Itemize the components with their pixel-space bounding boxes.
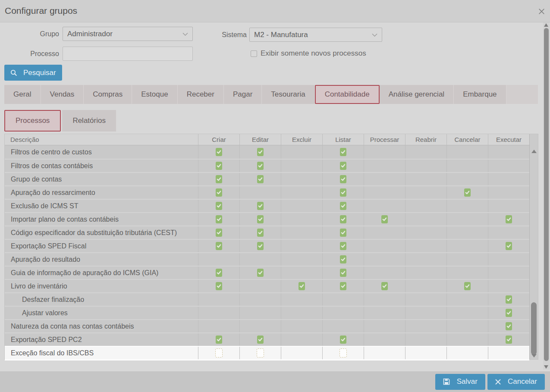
grupo-select[interactable]: Administrador	[63, 27, 193, 41]
sistema-select[interactable]: M2 - Manufatura	[249, 28, 382, 42]
checkbox-checked[interactable]	[216, 242, 222, 250]
table-row[interactable]: Desfazer finalização	[5, 292, 529, 306]
checkbox-checked[interactable]	[506, 309, 512, 317]
checkbox-checked[interactable]	[216, 175, 222, 183]
permission-cell-listar	[322, 320, 364, 332]
checkbox-checked[interactable]	[506, 322, 512, 330]
checkbox-checked[interactable]	[340, 269, 346, 277]
checkbox-checked[interactable]	[216, 162, 222, 170]
tab-tesouraria[interactable]: Tesouraria	[262, 85, 314, 104]
scroll-up-icon[interactable]	[544, 23, 548, 27]
row-description: Código especificador da substituição tri…	[5, 226, 198, 239]
checkbox-checked[interactable]	[464, 188, 471, 197]
checkbox-checked[interactable]	[340, 175, 346, 183]
checkbox-checked[interactable]	[257, 242, 264, 250]
checkbox-checked[interactable]	[216, 202, 222, 210]
permission-cell-processar	[364, 347, 405, 359]
checkbox-checked[interactable]	[464, 282, 471, 290]
scroll-up-icon[interactable]	[531, 150, 537, 153]
checkbox-checked[interactable]	[216, 229, 222, 237]
cancel-icon	[495, 379, 501, 385]
tab-analise-gerencial[interactable]: Análise gerencial	[380, 85, 454, 104]
checkbox-checked[interactable]	[216, 215, 222, 223]
tab-compras[interactable]: Compras	[84, 85, 132, 104]
dialog-scrollbar[interactable]	[543, 22, 550, 370]
checkbox-checked[interactable]	[340, 255, 346, 263]
tab-contabilidade[interactable]: Contabilidade	[315, 85, 380, 104]
tab-geral[interactable]: Geral	[4, 85, 41, 104]
table-row[interactable]: Exportação SPED Fiscal	[5, 239, 529, 252]
processo-label: Processo	[0, 50, 59, 58]
tab-receber[interactable]: Receber	[178, 85, 224, 104]
table-row[interactable]: Exportação SPED PC2	[5, 332, 529, 346]
checkbox-checked[interactable]	[340, 215, 346, 223]
column-header-criar: Criar	[198, 134, 239, 145]
checkbox-checked[interactable]	[340, 148, 346, 156]
checkbox-checked[interactable]	[506, 336, 512, 344]
table-row[interactable]: Grupo de contas	[5, 172, 529, 185]
table-row[interactable]: Guia de informação de apuração do ICMS (…	[5, 266, 529, 279]
subtab-relatorios[interactable]: Relatórios	[62, 110, 116, 132]
dialog-scrollbar-thumb[interactable]	[544, 28, 549, 361]
exibir-checkbox[interactable]	[251, 50, 257, 57]
checkbox-unchecked[interactable]	[215, 348, 223, 358]
checkbox-unchecked[interactable]	[257, 348, 264, 358]
processo-input[interactable]	[63, 47, 193, 61]
checkbox-checked[interactable]	[340, 229, 346, 237]
table-row[interactable]: Código especificador da substituição tri…	[5, 226, 529, 239]
checkbox-unchecked[interactable]	[339, 348, 347, 358]
permission-cell-executar	[488, 160, 529, 172]
tab-estoque[interactable]: Estoque	[132, 85, 177, 104]
checkbox-checked[interactable]	[257, 202, 264, 210]
subtab-processos[interactable]: Processos	[4, 110, 61, 132]
checkbox-checked[interactable]	[257, 269, 264, 277]
table-row[interactable]: Filtros de centro de custos	[5, 145, 529, 159]
tab-embarque[interactable]: Embarque	[454, 85, 506, 104]
checkbox-checked[interactable]	[506, 242, 512, 250]
checkbox-checked[interactable]	[381, 282, 388, 290]
checkbox-checked[interactable]	[257, 148, 264, 156]
checkbox-checked[interactable]	[381, 215, 388, 223]
checkbox-checked[interactable]	[257, 175, 264, 183]
checkbox-checked[interactable]	[299, 282, 305, 290]
checkbox-checked[interactable]	[506, 215, 512, 223]
table-row[interactable]: Exclusão de ICMS ST	[5, 199, 529, 212]
checkbox-checked[interactable]	[216, 282, 222, 290]
pesquisar-button[interactable]: Pesquisar	[4, 65, 62, 81]
table-scrollbar-thumb[interactable]	[531, 302, 537, 355]
checkbox-checked[interactable]	[216, 269, 222, 277]
checkbox-checked[interactable]	[340, 336, 346, 344]
table-row[interactable]: Exceção fiscal do IBS/CBS	[5, 346, 529, 359]
checkbox-checked[interactable]	[216, 148, 222, 156]
checkbox-checked[interactable]	[257, 215, 264, 223]
checkbox-checked[interactable]	[340, 282, 346, 290]
checkbox-checked[interactable]	[257, 229, 264, 237]
table-row[interactable]: Apuração do resultado	[5, 252, 529, 266]
tab-vendas[interactable]: Vendas	[41, 85, 84, 104]
search-icon	[10, 69, 17, 76]
checkbox-checked[interactable]	[257, 162, 264, 170]
checkbox-checked[interactable]	[340, 242, 346, 250]
checkbox-checked[interactable]	[216, 188, 222, 197]
scroll-down-icon[interactable]	[544, 365, 548, 369]
salvar-button[interactable]: Salvar	[435, 374, 485, 390]
table-row[interactable]: Apuração do ressarcimento	[5, 185, 529, 199]
column-header-cancelar: Cancelar	[446, 134, 488, 145]
checkbox-checked[interactable]	[506, 295, 512, 304]
table-row[interactable]: Livro de inventário	[5, 279, 529, 292]
table-scrollbar[interactable]	[529, 134, 538, 359]
table-row[interactable]: Natureza da conta nas contas contábeis	[5, 319, 529, 332]
scroll-down-icon[interactable]	[531, 354, 537, 358]
checkbox-checked[interactable]	[340, 162, 346, 170]
checkbox-checked[interactable]	[216, 336, 222, 344]
table-row[interactable]: Importar plano de contas contábeis	[5, 212, 529, 226]
checkbox-checked[interactable]	[340, 202, 346, 210]
checkbox-checked[interactable]	[340, 188, 346, 197]
permission-cell-excluir	[281, 293, 322, 306]
cancelar-button[interactable]: Cancelar	[487, 374, 545, 390]
tab-pagar[interactable]: Pagar	[224, 85, 262, 104]
close-icon[interactable]	[537, 7, 546, 16]
checkbox-checked[interactable]	[257, 336, 264, 344]
table-row[interactable]: Ajustar valores	[5, 306, 529, 319]
table-row[interactable]: Filtros de contas contábeis	[5, 159, 529, 172]
